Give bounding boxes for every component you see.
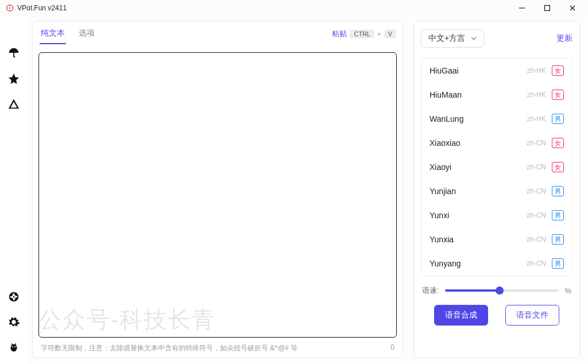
char-count: 0 (390, 343, 394, 353)
sidebar (0, 16, 28, 364)
gender-badge: 男 (552, 234, 564, 245)
gender-badge: 男 (552, 186, 564, 196)
voice-name: WanLung (430, 114, 463, 123)
svg-point-8 (12, 346, 13, 347)
svg-point-9 (14, 346, 16, 347)
key-v: V (385, 30, 396, 38)
voice-file-button[interactable]: 语音文件 (505, 305, 559, 326)
text-panel: 纯文本 选项 粘贴 CTRL + V 公众号-科技长青 字符数无限制，注意：去除… (32, 21, 403, 358)
voice-locale: zh-HK (527, 91, 546, 99)
minimize-button[interactable] (511, 1, 533, 15)
titlebar: VPot.Fun v2411 (0, 0, 588, 16)
voice-item[interactable]: Yunxizh-CN男 (421, 203, 572, 227)
voice-locale: zh-CN (527, 235, 546, 243)
voice-item[interactable]: Yunjianzh-CN男 (421, 179, 572, 203)
voice-name: Xiaoyi (430, 162, 451, 172)
svg-rect-3 (545, 6, 550, 11)
speed-slider[interactable] (445, 286, 559, 295)
speed-percent: % (564, 286, 571, 295)
voice-item[interactable]: Yunyangzh-CN男 (421, 251, 572, 276)
update-link[interactable]: 更新 (556, 33, 572, 44)
voice-name: HiuMaan (430, 90, 462, 99)
voice-item[interactable]: HiuMaanzh-HK女 (421, 83, 572, 107)
voice-locale: zh-CN (527, 139, 546, 147)
plus-sign: + (377, 30, 381, 37)
gear-icon[interactable] (7, 316, 20, 328)
key-ctrl: CTRL (350, 30, 374, 38)
voice-item[interactable]: Xiaoxiaozh-CN女 (421, 131, 572, 155)
app-title: VPot.Fun v2411 (17, 4, 67, 12)
star-icon[interactable] (7, 72, 20, 85)
tab-options[interactable]: 选项 (78, 24, 96, 44)
paste-label: 粘贴 (332, 29, 347, 39)
svg-point-7 (11, 344, 17, 352)
gender-badge: 女 (552, 65, 564, 76)
tent-icon[interactable] (7, 98, 20, 110)
speed-label: 语速: (422, 285, 439, 296)
language-select[interactable]: 中文+方言 (421, 29, 484, 48)
voice-locale: zh-CN (527, 260, 546, 268)
gender-badge: 男 (552, 258, 564, 269)
voice-name: Yunxi (430, 211, 449, 220)
language-label: 中文+方言 (428, 33, 465, 44)
voice-locale: zh-HK (527, 115, 546, 123)
gender-badge: 女 (552, 162, 564, 172)
voice-name: Xiaoxiao (430, 138, 461, 148)
voice-locale: zh-CN (527, 211, 546, 219)
close-button[interactable] (562, 1, 583, 15)
voice-name: Yunjian (430, 187, 456, 196)
aperture-icon[interactable] (7, 291, 20, 303)
synthesize-button[interactable]: 语音合成 (434, 305, 488, 326)
text-input[interactable] (38, 52, 397, 338)
voice-locale: zh-HK (527, 67, 546, 75)
voice-locale: zh-CN (527, 187, 546, 195)
umbrella-icon[interactable] (7, 47, 20, 60)
paste-hint[interactable]: 粘贴 CTRL + V (332, 29, 396, 39)
gender-badge: 女 (552, 138, 564, 148)
voice-item[interactable]: HiuGaaizh-HK女 (421, 59, 572, 83)
voice-locale: zh-CN (527, 163, 546, 171)
voice-name: Yunyang (430, 259, 461, 268)
voice-item[interactable]: WanLungzh-HK男 (421, 107, 572, 131)
voice-item[interactable]: Xiaoyizh-CN女 (421, 155, 572, 179)
chevron-down-icon (471, 36, 477, 41)
voice-name: HiuGaai (430, 66, 459, 75)
voice-panel: 中文+方言 更新 HiuGaaizh-HK女HiuMaanzh-HK女WanLu… (413, 21, 580, 358)
bug-icon[interactable] (7, 341, 20, 354)
svg-point-1 (9, 7, 11, 9)
gender-badge: 女 (552, 90, 564, 100)
tab-plain-text[interactable]: 纯文本 (40, 24, 66, 44)
voice-name: Yunxia (430, 235, 454, 244)
char-hint: 字符数无限制，注意：去除或替换文本中含有的特殊符号，如尖括号破折号 &^@# 等 (41, 343, 297, 353)
app-icon (6, 4, 14, 12)
gender-badge: 男 (552, 114, 564, 124)
gender-badge: 男 (552, 210, 564, 220)
maximize-button[interactable] (536, 1, 558, 15)
voice-item[interactable]: Yunxiazh-CN男 (421, 227, 572, 251)
voice-list[interactable]: HiuGaaizh-HK女HiuMaanzh-HK女WanLungzh-HK男X… (421, 58, 572, 276)
